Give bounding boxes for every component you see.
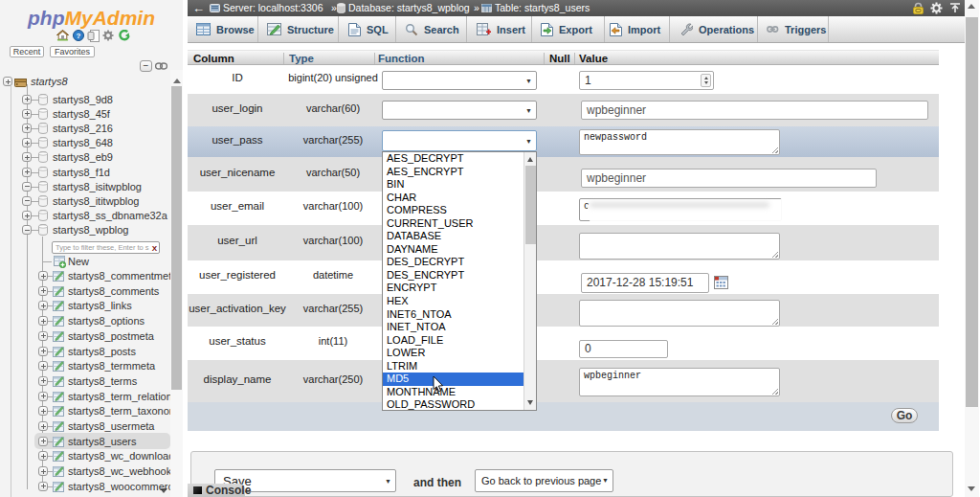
svg-text:?: ? — [77, 32, 81, 40]
